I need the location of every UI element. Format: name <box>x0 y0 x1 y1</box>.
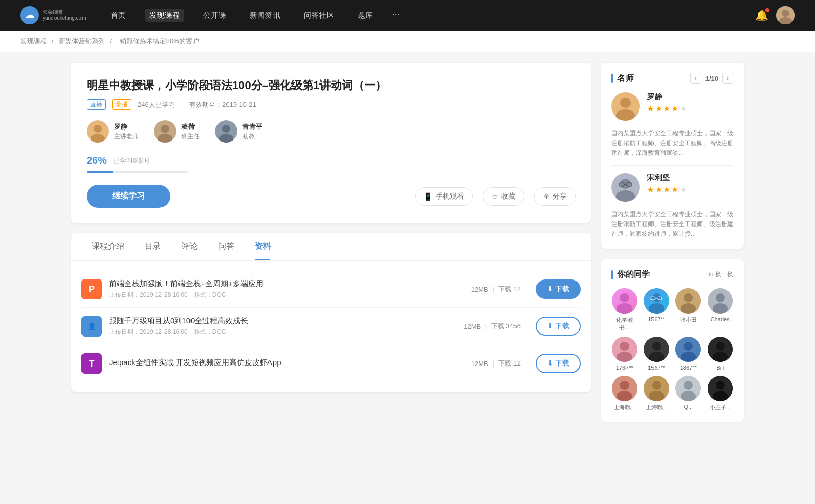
svg-point-35 <box>713 303 728 314</box>
sidebar-teacher-2: 宋利坚 ★ ★ ★ ★ ★ <box>611 173 734 202</box>
share-label: 分享 <box>553 192 567 201</box>
tab-intro[interactable]: 课程介绍 <box>82 233 134 260</box>
resource-stats-2: 12MB | 下载 3456 <box>464 322 521 331</box>
teacher-2-info: 凌荷 班主任 <box>181 122 200 141</box>
svg-point-49 <box>620 381 629 390</box>
classmates-header: 你的同学 ↻ 换一换 <box>611 269 734 280</box>
resource-stats-3: 12MB | 下载 12 <box>471 359 521 368</box>
phone-watch-label: 手机观看 <box>436 192 464 201</box>
classmate-2-name: 1567** <box>648 316 665 322</box>
svg-point-1 <box>782 10 789 17</box>
bell-icon[interactable]: 🔔 <box>755 9 768 21</box>
svg-point-55 <box>684 381 693 390</box>
nav-item-news[interactable]: 新闻资讯 <box>246 9 284 22</box>
teachers-nav: ‹ 1/10 › <box>690 73 734 84</box>
sidebar-teacher-2-name: 宋利坚 <box>647 173 734 183</box>
classmate-11-avatar <box>675 376 701 401</box>
classmate-5[interactable]: 1767** <box>611 337 638 371</box>
classmate-8-avatar <box>708 337 733 362</box>
teacher-2-avatar <box>154 120 176 143</box>
classmates-title: 你的同学 <box>611 269 650 280</box>
phone-watch-button[interactable]: 📱 手机观看 <box>415 187 473 206</box>
download-button-1[interactable]: ⬇ 下载 <box>536 279 581 299</box>
classmates-title-bar <box>611 270 613 279</box>
nav-right: 🔔 <box>755 6 795 24</box>
resource-info-1: 前端全栈加强版！前端全栈+全周期+多端应用 上传日期：2019-12-28 16… <box>109 279 456 299</box>
tab-review[interactable]: 评论 <box>171 233 208 260</box>
resource-info-2: 跟随千万级项目从0到100全过程高效成长 上传日期：2019-12-28 16:… <box>109 316 448 337</box>
classmate-11[interactable]: Q... <box>675 376 702 411</box>
fav-button[interactable]: ☆ 收藏 <box>483 187 524 206</box>
classmate-6[interactable]: 1567** <box>643 337 670 371</box>
user-avatar-nav[interactable] <box>776 6 795 24</box>
classmate-8[interactable]: Bill <box>707 337 734 371</box>
svg-point-26 <box>649 303 664 314</box>
continue-button[interactable]: 继续学习 <box>87 185 170 208</box>
resource-downloads-2: 下载 3456 <box>491 322 521 331</box>
classmate-2[interactable]: 1567** <box>643 288 670 331</box>
download-button-3[interactable]: ⬇ 下载 <box>536 354 581 373</box>
classmate-1[interactable]: 化学教书... <box>611 288 638 331</box>
nav-page-info: 1/10 <box>705 75 718 82</box>
resource-name-1: 前端全栈加强版！前端全栈+全周期+多端应用 <box>109 279 456 289</box>
teacher-1-role: 主讲老师 <box>114 132 139 141</box>
nav-more[interactable]: ··· <box>392 9 400 22</box>
logo-text: 云朵课堂 yundouketang.com <box>43 9 86 21</box>
teachers-sidebar-label: 名师 <box>617 73 634 84</box>
download-button-2[interactable]: ⬇ 下载 <box>536 317 581 336</box>
classmate-9-name: 上海哦... <box>614 404 635 411</box>
classmate-8-name: Bill <box>716 365 724 371</box>
teachers-sidebar-card: 名师 ‹ 1/10 › <box>601 63 744 249</box>
action-links: 📱 手机观看 ☆ 收藏 ⚘ 分享 <box>415 187 576 206</box>
resource-name-2: 跟随千万级项目从0到100全过程高效成长 <box>109 316 448 326</box>
tab-resources[interactable]: 资料 <box>244 233 281 260</box>
svg-point-4 <box>94 125 102 133</box>
classmate-3[interactable]: 张小田 <box>675 288 702 331</box>
nav-item-discover[interactable]: 发现课程 <box>145 9 184 22</box>
star-icon: ☆ <box>492 192 498 201</box>
left-content: 明星中教授课，小学阶段语法100分–强化级第1讲动词（一） 直播 录播 246人… <box>71 63 591 432</box>
teacher-2: 凌荷 班主任 <box>154 120 200 143</box>
resource-item-2: 👤 跟随千万级项目从0到100全过程高效成长 上传日期：2019-12-28 1… <box>82 308 581 345</box>
sidebar-teacher-1: 罗静 ★ ★ ★ ★ ★ <box>611 92 734 121</box>
tabs-card: 课程介绍 目录 评论 问答 资料 P 前端全栈加强版！前端全栈+全周期+多端应用… <box>71 233 591 392</box>
nav-item-public[interactable]: 公开课 <box>199 9 230 22</box>
nav-item-home[interactable]: 首页 <box>106 9 130 22</box>
svg-point-43 <box>684 342 693 351</box>
resource-item: P 前端全栈加强版！前端全栈+全周期+多端应用 上传日期：2019-12-28 … <box>82 271 581 308</box>
resource-downloads-1: 下载 12 <box>498 285 521 294</box>
breadcrumb-link-1[interactable]: 发现课程 <box>20 37 47 45</box>
classmate-9-avatar <box>612 376 637 401</box>
svg-point-44 <box>681 352 696 362</box>
resource-icon-3: T <box>82 353 102 374</box>
sidebar-teacher-1-info: 罗静 ★ ★ ★ ★ ★ <box>647 92 734 121</box>
breadcrumb-link-2[interactable]: 新媒体营销系列 <box>59 37 105 45</box>
nav-prev-arrow[interactable]: ‹ <box>690 73 701 84</box>
svg-point-16 <box>620 179 631 189</box>
svg-point-34 <box>716 293 725 302</box>
logo[interactable]: ☁ 云朵课堂 yundouketang.com <box>20 6 86 24</box>
classmate-12-name: 小王子... <box>710 404 731 411</box>
sidebar-teacher-2-avatar <box>611 173 640 202</box>
classmate-4-avatar <box>708 288 733 314</box>
refresh-icon: ↻ <box>708 271 713 278</box>
svg-point-40 <box>652 342 661 351</box>
share-button[interactable]: ⚘ 分享 <box>534 187 576 206</box>
nav-item-questions[interactable]: 题库 <box>354 9 377 22</box>
nav-item-qa[interactable]: 问答社区 <box>300 9 338 22</box>
course-separator: · <box>181 101 183 108</box>
refresh-button[interactable]: ↻ 换一换 <box>708 270 734 279</box>
classmate-12[interactable]: 小王子... <box>707 376 734 411</box>
classmate-9[interactable]: 上海哦... <box>611 376 638 411</box>
navbar: ☁ 云朵课堂 yundouketang.com 首页 发现课程 公开课 新闻资讯… <box>0 0 815 31</box>
tab-catalog[interactable]: 目录 <box>134 233 171 260</box>
classmate-5-name: 1767** <box>616 365 633 371</box>
tab-qa[interactable]: 问答 <box>208 233 244 260</box>
classmate-7[interactable]: 1867** <box>675 337 702 371</box>
sidebar-teacher-2-info: 宋利坚 ★ ★ ★ ★ ★ <box>647 173 734 202</box>
classmate-4[interactable]: Charles <box>707 288 734 331</box>
sidebar-teacher-2-desc: 国内某重点大学安全工程专业硕士，国家一级注册消防工程师、注册安全工程师、级注册建… <box>611 210 734 239</box>
classmate-10[interactable]: 上海哦... <box>643 376 670 411</box>
nav-next-arrow[interactable]: › <box>722 73 734 84</box>
svg-point-37 <box>620 342 629 351</box>
